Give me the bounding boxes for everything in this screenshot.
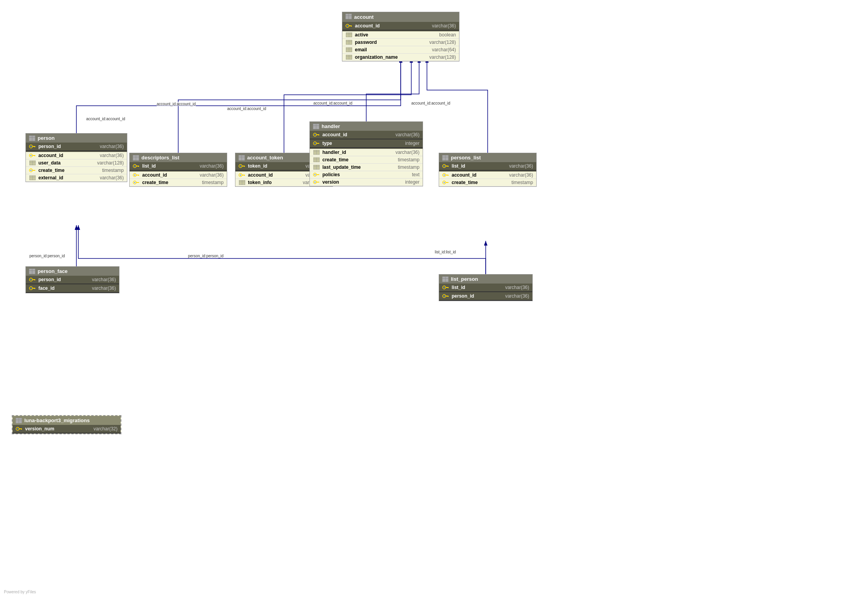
- reg-icon-externalid: [29, 175, 36, 181]
- svg-point-113: [31, 279, 32, 280]
- svg-rect-76: [316, 143, 319, 144]
- svg-rect-98: [448, 166, 448, 167]
- descriptors-row-accountid: account_id varchar(36): [130, 172, 227, 179]
- table-descriptors-header: descriptors_list: [130, 153, 227, 162]
- token-accountid-name: account_id: [248, 172, 303, 178]
- listperson-personid-name: person_id: [452, 293, 503, 299]
- pk-icon-personslist-listid: [442, 163, 449, 169]
- fk-icon-policies: [313, 172, 320, 177]
- svg-point-26: [31, 146, 32, 147]
- handler-row-policies: policies text: [310, 171, 423, 179]
- person-row-accountid: account_id varchar(36): [26, 152, 127, 159]
- email-name: email: [355, 47, 430, 52]
- fk-icon-personslist-accountid: [442, 172, 449, 178]
- externalid-name: external_id: [38, 175, 98, 181]
- handler-row-createtime: create_time timestamp: [310, 156, 423, 164]
- table-account-name: account: [354, 14, 374, 20]
- fk-icon-person-createtime: [29, 168, 36, 173]
- listperson-personid-type: varchar(36): [505, 293, 529, 299]
- svg-rect-88: [316, 174, 319, 175]
- handler-row-handlerid: handler_id varchar(36): [310, 149, 423, 156]
- label-descriptors-account: account_id:account_id: [157, 102, 196, 106]
- fk-icon-token-accountid: [239, 172, 246, 178]
- table-personface-header: person_face: [26, 267, 119, 276]
- reg-icon-tokeninfo: [239, 180, 246, 185]
- handler-row-version: version integer: [310, 179, 423, 186]
- externalid-type: varchar(36): [100, 175, 124, 181]
- person-accountid-name: account_id: [38, 153, 98, 158]
- pk-icon-listperson-listid: [442, 285, 449, 290]
- personslist-createtime-type: timestamp: [512, 180, 533, 185]
- personslist-row-accountid: account_id varchar(36): [439, 172, 536, 179]
- descriptors-accountid-type: varchar(36): [200, 172, 224, 178]
- person-accountid-type: varchar(36): [100, 153, 124, 158]
- svg-point-128: [444, 296, 445, 297]
- svg-point-64: [240, 175, 241, 176]
- label-handler-account: account_id:account_id: [313, 101, 353, 105]
- table-icon-personslist: [442, 155, 448, 161]
- versionnum-name: version_num: [25, 426, 91, 432]
- label-token-account: account_id:account_id: [227, 107, 266, 111]
- account-row-orgname: organization_name varchar(128): [342, 54, 459, 61]
- person-row-externalid: external_id varchar(36): [26, 174, 127, 182]
- listperson-listid-type: varchar(36): [505, 285, 529, 290]
- userdata-type: varchar(128): [97, 160, 124, 166]
- personslist-createtime-name: create_time: [452, 180, 509, 185]
- handler-accountid-name: account_id: [322, 132, 393, 137]
- version-type: integer: [405, 179, 420, 185]
- watermark: Powered by yFiles: [4, 590, 36, 594]
- table-handler: handler account_id varchar(36) type inte…: [309, 121, 423, 186]
- lastupdatetime-type: timestamp: [398, 164, 420, 170]
- orgname-name: organization_name: [355, 54, 427, 60]
- descriptors-pk-row: list_id varchar(36): [130, 162, 227, 171]
- svg-rect-116: [34, 288, 35, 289]
- listperson-table-name: list_person: [451, 276, 478, 282]
- table-descriptors-list: descriptors_list list_id varchar(36) acc…: [129, 153, 227, 187]
- pk-icon-person-id: [29, 144, 36, 149]
- listperson-pk-row1: list_id varchar(36): [439, 284, 532, 292]
- table-account-header: account: [342, 12, 459, 22]
- svg-rect-134: [21, 428, 22, 430]
- table-icon-person: [29, 135, 35, 141]
- svg-rect-63: [244, 175, 245, 176]
- handler-createtime-name: create_time: [322, 157, 396, 163]
- handlerid-name: handler_id: [322, 150, 393, 155]
- watermark-text: Powered by yFiles: [4, 590, 36, 594]
- person-row-userdata: user_data varchar(128): [26, 159, 127, 167]
- migrations-table-name: luna-backport3_migrations: [24, 417, 90, 423]
- svg-point-74: [315, 134, 316, 135]
- personslist-listid-type: varchar(36): [509, 163, 533, 169]
- userdata-name: user_data: [38, 160, 95, 166]
- descriptors-table-name: descriptors_list: [141, 155, 179, 161]
- svg-point-106: [444, 182, 445, 183]
- personface-faceid-name: face_id: [38, 285, 90, 291]
- table-icon-descriptors: [133, 155, 139, 161]
- descriptors-body: account_id varchar(36) create_time times…: [130, 172, 227, 186]
- reg-icon-orgname: [345, 54, 353, 60]
- pk-icon-handler-accountid: [313, 132, 320, 137]
- svg-rect-127: [448, 296, 448, 297]
- person-body: account_id varchar(36) user_data varchar…: [26, 152, 127, 182]
- pk-icon-listperson-personid: [442, 293, 449, 299]
- diagram-container: account_id:account_id account_id:account…: [0, 0, 868, 598]
- table-personslist-header: persons_list: [439, 153, 536, 162]
- handler-type-name: type: [322, 141, 403, 146]
- listperson-listid-name: list_id: [452, 285, 503, 290]
- listperson-pk-row2: person_id varchar(36): [439, 292, 532, 301]
- label-listperson-person: person_id:person_id: [188, 254, 224, 258]
- svg-point-99: [444, 166, 445, 167]
- pk-icon-personface-faceid: [29, 285, 36, 291]
- reg-icon-email: [345, 47, 353, 52]
- svg-rect-123: [448, 287, 448, 288]
- connectors-svg: [0, 0, 868, 598]
- svg-point-103: [444, 175, 445, 176]
- personslist-body: account_id varchar(36) create_time times…: [439, 172, 536, 186]
- descriptors-listid-type: varchar(36): [200, 163, 224, 169]
- table-icon-personface: [29, 269, 35, 274]
- svg-rect-49: [138, 175, 139, 176]
- svg-point-92: [315, 182, 316, 183]
- personslist-accountid-type: varchar(36): [509, 172, 533, 178]
- svg-point-77: [315, 143, 316, 144]
- active-type: boolean: [439, 32, 456, 38]
- label-personface-person: person_id:person_id: [29, 254, 65, 258]
